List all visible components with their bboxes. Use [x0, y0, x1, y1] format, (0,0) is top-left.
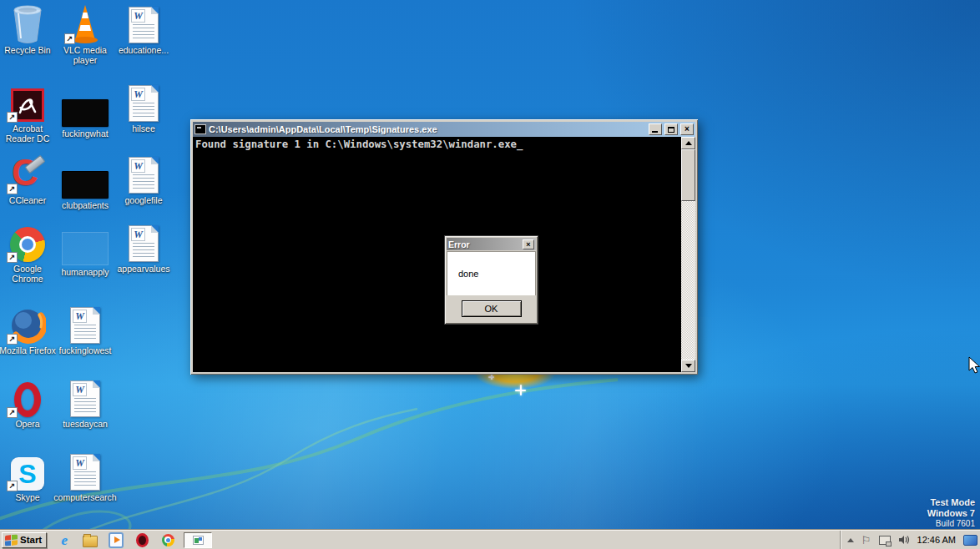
watermark-line: Windows 7 [927, 508, 975, 519]
word-document-icon: W [70, 307, 100, 344]
close-icon: × [526, 240, 530, 249]
internet-explorer-icon[interactable]: e [57, 532, 72, 547]
word-document-icon: W [129, 225, 159, 262]
close-button[interactable]: × [680, 123, 694, 135]
desktop-icon-appearvalues[interactable]: W appearvalues [116, 222, 171, 274]
network-icon[interactable] [879, 536, 891, 545]
desktop-icon-recycle-bin[interactable]: Recycle Bin [0, 3, 55, 55]
video-thumbnail [62, 171, 109, 199]
console-app-icon [194, 124, 206, 134]
scroll-up-button[interactable] [681, 137, 695, 149]
desktop-icon-opera[interactable]: ↗ Opera [0, 377, 55, 429]
error-dialog: Error × done OK [444, 235, 538, 325]
volume-icon[interactable] [898, 535, 910, 545]
taskbar-task-button[interactable] [184, 532, 212, 548]
word-document-icon: W [129, 7, 159, 43]
console-scrollbar[interactable] [681, 137, 695, 372]
console-output-area[interactable]: Found signature 1 in C:\Windows\system32… [193, 137, 681, 372]
desktop-icon-clubpatients[interactable]: clubpatients [58, 159, 113, 210]
scrollbar-thumb[interactable] [681, 149, 695, 201]
close-icon: × [684, 125, 690, 133]
desktop-icon-vlc[interactable]: ↗ VLC media player [58, 3, 113, 65]
word-document-icon: W [129, 85, 159, 122]
shortcut-arrow-icon: ↗ [7, 252, 18, 263]
wallpaper-sparkle [515, 385, 526, 395]
error-dialog-title-bar[interactable]: Error × [447, 238, 536, 250]
start-button[interactable]: Start [2, 532, 47, 548]
signatures-app-icon [193, 536, 204, 545]
desktop-icon-ccleaner[interactable]: C ↗ CCleaner [0, 154, 55, 205]
word-document-icon: W [70, 454, 100, 491]
windows-logo-icon [5, 534, 18, 546]
desktop-icon-label: clubpatients [62, 200, 109, 210]
wallpaper-sparkle [488, 374, 494, 380]
windows-explorer-icon[interactable] [83, 532, 98, 547]
start-button-label: Start [20, 535, 42, 545]
desktop-icon-fuckinglowest[interactable]: W fuckinglowest [58, 304, 113, 355]
minimize-button[interactable] [649, 123, 662, 135]
shortcut-arrow-icon: ↗ [7, 481, 18, 491]
shortcut-arrow-icon: ↗ [7, 184, 18, 194]
error-dialog-title: Error [448, 239, 523, 249]
desktop-icon-label: Google Chrome [2, 264, 53, 284]
desktop-icon-google-chrome[interactable]: ↗ Google Chrome [0, 222, 55, 284]
desktop-icon-label: Opera [15, 419, 39, 429]
opera-quick-launch-icon[interactable] [134, 532, 149, 547]
desktop-icon-hilsee[interactable]: W hilsee [116, 82, 171, 133]
desktop-icon-computersearch[interactable]: W computersearch [58, 451, 113, 502]
test-mode-watermark: Test Mode Windows 7 Build 7601 [927, 497, 975, 529]
display-icon[interactable] [963, 535, 977, 546]
desktop-icon-label: Skype [15, 492, 39, 502]
maximize-button[interactable] [664, 123, 678, 135]
quick-launch-bar: e [57, 532, 175, 547]
console-window-title: C:\Users\admin\AppData\Local\Temp\Signat… [209, 122, 646, 137]
desktop-icon-label: Recycle Bin [4, 45, 50, 55]
action-center-flag-icon[interactable]: ⚐ [861, 535, 871, 546]
desktop-icon-mozilla-firefox[interactable]: ↗ Mozilla Firefox [0, 304, 55, 355]
desktop-icon-humanapply[interactable]: humanapply [58, 225, 113, 277]
console-title-bar[interactable]: C:\Users\admin\AppData\Local\Temp\Signat… [193, 122, 695, 137]
desktop-icon-label: appearvalues [117, 264, 169, 274]
hidden-icons-arrow-icon[interactable] [847, 538, 854, 542]
desktop-icon-label: fuckinglowest [58, 345, 111, 355]
mouse-cursor [968, 356, 980, 375]
desktop-icon-skype[interactable]: S ↗ Skype [0, 451, 55, 502]
desktop-icon-tuesdaycan[interactable]: W tuesdaycan [58, 377, 113, 429]
scroll-down-button[interactable] [681, 360, 695, 372]
clock[interactable]: 12:46 AM [917, 535, 956, 545]
desktop-icon-label: tuesdaycan [63, 419, 108, 429]
desktop-icon-fuckingwhat[interactable]: fuckingwhat [58, 87, 113, 139]
watermark-line: Build 7601 [927, 519, 975, 529]
chrome-quick-launch-icon[interactable] [160, 532, 175, 547]
shortcut-arrow-icon: ↗ [64, 33, 75, 44]
desktop-icon-label: Acrobat Reader DC [2, 123, 53, 144]
desktop-icon-label: humanapply [61, 267, 109, 277]
scroll-up-icon [685, 141, 692, 145]
desktop-icon-educatione[interactable]: W educatione... [116, 3, 171, 55]
system-tray: ⚐ 12:46 AM [840, 531, 978, 549]
word-document-icon: W [70, 380, 100, 417]
shortcut-arrow-icon: ↗ [7, 334, 18, 345]
error-dialog-close-button[interactable]: × [523, 239, 534, 249]
desktop-icon-label: hilsee [132, 123, 154, 133]
console-output-line: Found signature 1 in C:\Windows\system32… [195, 139, 679, 151]
error-dialog-message: done [447, 251, 536, 295]
word-document-icon: W [129, 157, 159, 194]
shortcut-arrow-icon: ↗ [7, 112, 18, 123]
taskbar: Start e ⚐ 12:46 AM [0, 530, 980, 549]
wallpaper-gold-glow [460, 373, 570, 393]
minimize-icon [652, 131, 658, 133]
scroll-down-icon [685, 364, 692, 368]
ghost-thumbnail [62, 232, 109, 265]
watermark-line: Test Mode [927, 497, 975, 508]
desktop-icon-googlefile[interactable]: W googlefile [116, 154, 171, 205]
desktop-icon-label: VLC media player [59, 45, 111, 65]
recycle-bin-icon [11, 5, 44, 43]
desktop-icon-label: Mozilla Firefox [0, 345, 56, 355]
media-player-icon[interactable] [109, 532, 124, 547]
scrollbar-track[interactable] [681, 201, 695, 360]
desktop-icon-label: googlefile [125, 195, 163, 205]
desktop-icon-acrobat[interactable]: ↗ Acrobat Reader DC [0, 82, 55, 144]
opera-icon [14, 382, 41, 417]
ok-button[interactable]: OK [462, 300, 522, 317]
